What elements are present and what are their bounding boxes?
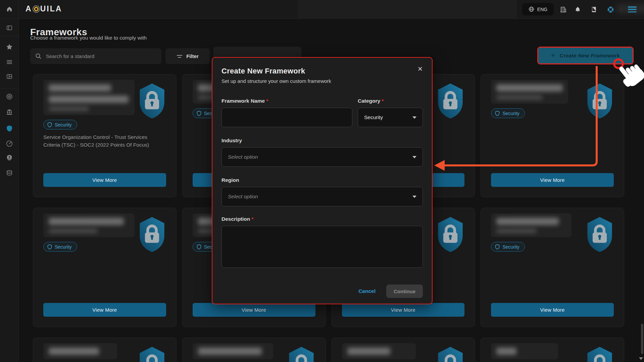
- framework-card: Security View More: [481, 338, 624, 362]
- description-group: Description*: [221, 216, 423, 269]
- modal-footer: Cancel Continue: [221, 285, 423, 298]
- bank-icon[interactable]: [6, 108, 13, 116]
- category-label: Category*: [358, 98, 423, 104]
- framework-card: Security View More: [33, 208, 177, 327]
- card-description: Service Organization Control - Trust Ser…: [43, 133, 161, 149]
- sidebar-divider: [0, 88, 18, 89]
- panel-icon[interactable]: [6, 24, 13, 32]
- star-icon[interactable]: [6, 43, 13, 51]
- industry-label: Industry: [221, 138, 423, 144]
- view-more-button[interactable]: View More: [43, 303, 166, 317]
- list-icon[interactable]: [6, 58, 13, 66]
- topbar: AUILA ENG: [0, 0, 644, 19]
- card-title-blurred: [491, 343, 558, 359]
- shield-outline-icon: [47, 244, 52, 250]
- shield-outline-icon: [197, 111, 201, 116]
- shield-person-icon[interactable]: [6, 154, 13, 161]
- shield-lock-icon: [137, 346, 167, 362]
- view-more-button[interactable]: View More: [342, 303, 465, 317]
- language-label: ENG: [537, 7, 547, 12]
- plus-icon: +: [551, 51, 555, 59]
- continue-button[interactable]: Continue: [386, 285, 423, 298]
- framework-card: Security View More: [481, 74, 624, 197]
- region-placeholder: Select option: [228, 194, 258, 200]
- industry-group: Industry Select option: [221, 138, 423, 167]
- app-root: AUILA ENG: [0, 0, 644, 362]
- cancel-button[interactable]: Cancel: [356, 288, 378, 295]
- security-badge: Security: [43, 120, 77, 130]
- notifications-bell-icon[interactable]: [574, 5, 582, 13]
- modal-row-name-category: Framework Name* Category* Security: [221, 98, 423, 127]
- framework-card: Security View More: [481, 208, 624, 327]
- framework-name-label: Framework Name*: [221, 98, 352, 104]
- shield-outline-icon: [47, 122, 52, 127]
- scrollbar-thumb[interactable]: [641, 324, 643, 354]
- security-badge-label: Security: [55, 122, 72, 127]
- filter-button[interactable]: Filter: [165, 48, 210, 64]
- docs-book-icon[interactable]: [590, 5, 598, 13]
- shield-icon-active[interactable]: [6, 125, 13, 132]
- sidebar-divider: [0, 36, 18, 36]
- framework-card: Security View More: [33, 338, 177, 362]
- framework-card: Security View More: [332, 338, 475, 362]
- category-value: Security: [364, 114, 383, 120]
- region-label: Region: [221, 177, 423, 183]
- company-building-icon[interactable]: [559, 5, 567, 13]
- security-badge-label: Security: [55, 244, 72, 250]
- sidebar: [0, 0, 19, 362]
- shield-lock-icon: [436, 83, 465, 120]
- shield-lock-icon: [585, 216, 614, 254]
- filter-label: Filter: [186, 53, 199, 59]
- description-textarea[interactable]: [221, 226, 423, 268]
- support-ring-icon[interactable]: [606, 5, 614, 13]
- modal-subtitle: Set up and structure your own custom fra…: [221, 78, 423, 84]
- region-select[interactable]: Select option: [221, 187, 423, 206]
- required-marker: *: [251, 216, 253, 222]
- card-title-blurred: [342, 343, 416, 359]
- search-input[interactable]: [45, 53, 156, 59]
- home-icon[interactable]: [6, 5, 13, 13]
- card-title-blurred: [193, 343, 273, 359]
- card-title-blurred: [43, 80, 135, 115]
- layout-icon[interactable]: [6, 73, 13, 80]
- category-select[interactable]: Security: [358, 108, 423, 127]
- view-more-button[interactable]: View More: [43, 173, 166, 187]
- close-icon[interactable]: ✕: [417, 66, 423, 72]
- region-group: Region Select option: [221, 177, 423, 206]
- framework-card: Security Service Organization Control - …: [33, 74, 177, 197]
- radar-icon[interactable]: [6, 93, 13, 100]
- security-badge: Security: [43, 242, 77, 252]
- shield-outline-icon: [495, 111, 500, 116]
- language-selector[interactable]: ENG: [522, 3, 554, 15]
- description-label: Description*: [221, 216, 423, 222]
- logo-text-suffix: UILA: [40, 4, 62, 13]
- shield-lock-icon: [137, 216, 167, 254]
- security-badge: Security: [491, 242, 525, 252]
- menu-burger-icon[interactable]: [628, 6, 637, 12]
- modal-title: Create New Framework: [221, 67, 423, 75]
- framework-name-input[interactable]: [221, 108, 352, 127]
- view-more-button[interactable]: View More: [491, 173, 614, 187]
- logo-eye-icon: [33, 5, 40, 13]
- shield-lock-icon: [585, 83, 614, 120]
- gauge-icon[interactable]: [6, 140, 13, 147]
- database-icon[interactable]: [6, 169, 13, 176]
- scrollbar-down-arrow[interactable]: [639, 357, 643, 360]
- create-new-framework-button[interactable]: + Create New Framework: [538, 48, 633, 63]
- create-button-label: Create New Framework: [560, 53, 620, 59]
- shield-lock-icon: [585, 346, 614, 362]
- chevron-down-icon: [412, 156, 416, 158]
- filter-icon: [177, 54, 183, 59]
- view-more-button[interactable]: View More: [491, 303, 614, 317]
- security-badge-label: Security: [502, 244, 519, 250]
- framework-card: Security View More: [182, 338, 326, 362]
- required-marker: *: [382, 98, 384, 104]
- sidebar-divider: [0, 18, 18, 19]
- required-marker: *: [266, 98, 268, 104]
- chevron-down-icon: [412, 116, 416, 119]
- industry-select[interactable]: Select option: [221, 147, 423, 167]
- view-more-button[interactable]: View More: [193, 303, 315, 317]
- create-framework-modal: Create New Framework Set up and structur…: [212, 57, 433, 304]
- framework-name-group: Framework Name*: [221, 98, 352, 127]
- page-subtitle: Choose a framework you would like to com…: [30, 35, 147, 41]
